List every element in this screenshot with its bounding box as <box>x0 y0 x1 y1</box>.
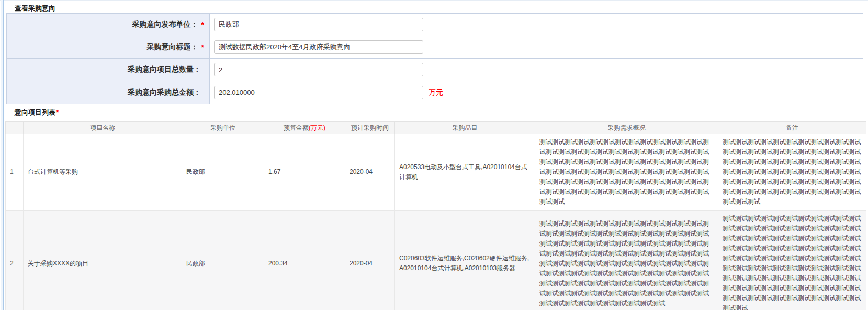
cell-demand-overview: 测试测试测试测试测试测试测试测试测试测试测试测试测试测试测试测试测试测试测试测试… <box>535 134 718 211</box>
col-header-purchase-unit: 采购单位 <box>182 122 264 134</box>
budget-header-unit: (万元) <box>309 124 325 131</box>
table-row: 2 关于采购XXXX的项目 民政部 200.34 2020-04 C020603… <box>6 211 866 310</box>
amount-unit-label: 万元 <box>429 88 443 97</box>
label-text: 采购意向采购总金额： <box>128 88 201 97</box>
col-header-project-name: 项目名称 <box>24 122 182 134</box>
label-text: 采购意向发布单位： <box>132 20 198 29</box>
left-panel-edge-line <box>3 0 4 310</box>
table-header-row: 项目名称 采购单位 预算金额(万元) 预计采购时间 采购品目 采购需求概况 备注 <box>6 122 866 134</box>
cell-purchase-unit: 民政部 <box>182 134 264 211</box>
field-label: 采购意向发布单位： * <box>7 14 210 36</box>
cell-remark: 测试测试测试测试测试测试测试测试测试测试测试测试测试测试测试测试测试测试测试测试… <box>718 211 866 310</box>
top-divider <box>0 0 868 1</box>
field-area: 万元 <box>210 81 863 104</box>
field-label: 采购意向标题： * <box>7 36 210 58</box>
project-list-section-title: 意向项目列表* <box>15 108 59 117</box>
cell-demand-overview: 测试测试测试测试测试测试测试测试测试测试测试测试测试测试测试测试测试测试测试测试… <box>535 211 718 310</box>
cell-budget: 1.67 <box>264 134 345 211</box>
cell-purchase-unit: 民政部 <box>182 211 264 310</box>
col-header-expected-time: 预计采购时间 <box>345 122 395 134</box>
field-label: 采购意向采购总金额： <box>7 81 210 104</box>
col-header-index <box>6 122 24 134</box>
cell-project-name: 台式计算机等采购 <box>24 134 182 211</box>
cell-index: 2 <box>6 211 24 310</box>
label-text: 采购意向标题： <box>147 42 198 52</box>
section-title-text: 意向项目列表 <box>15 108 55 116</box>
field-label: 采购意向项目总数量： <box>7 59 210 81</box>
total-amount-input[interactable] <box>214 86 423 99</box>
required-asterisk: * <box>56 108 59 116</box>
form-row-intent-title: 采购意向标题： * <box>7 36 863 59</box>
label-text: 采购意向项目总数量： <box>128 65 201 74</box>
col-header-remark: 备注 <box>718 122 866 134</box>
budget-header-text: 预算金额 <box>284 124 309 131</box>
required-asterisk: * <box>201 20 204 29</box>
col-header-items: 采购品目 <box>395 122 535 134</box>
cell-items: A020533电动及小型台式工具,A02010104台式计算机 <box>395 134 535 211</box>
intent-project-table: 项目名称 采购单位 预算金额(万元) 预计采购时间 采购品目 采购需求概况 备注… <box>5 121 866 310</box>
publish-unit-input[interactable] <box>214 18 423 31</box>
field-area <box>210 36 863 58</box>
page-title: 查看采购意向 <box>15 4 55 13</box>
col-header-budget: 预算金额(万元) <box>264 122 345 134</box>
cell-budget: 200.34 <box>264 211 345 310</box>
field-area <box>210 59 863 81</box>
cell-expected-time: 2020-04 <box>345 134 395 211</box>
project-count-input[interactable] <box>214 63 423 76</box>
form-row-total-amount: 采购意向采购总金额： 万元 <box>7 81 863 104</box>
cell-expected-time: 2020-04 <box>345 211 395 310</box>
left-panel-edge-line <box>1 0 1 310</box>
col-header-demand-overview: 采购需求概况 <box>535 122 718 134</box>
procurement-intent-form: 采购意向发布单位： * 采购意向标题： * 采购意向项目总数量： 采购意向采购总… <box>6 13 863 104</box>
form-row-publish-unit: 采购意向发布单位： * <box>7 14 863 36</box>
cell-index: 1 <box>6 134 24 211</box>
intent-title-input[interactable] <box>214 40 423 54</box>
cell-remark: 测试测试测试测试测试测试测试测试测试测试测试测试测试测试测试测试测试测试测试测试… <box>718 134 866 211</box>
required-asterisk: * <box>201 43 204 51</box>
cell-items: C020603软件运维服务,C020602硬件运维服务,A02010104台式计… <box>395 211 535 310</box>
form-row-project-count: 采购意向项目总数量： <box>7 59 863 81</box>
table-row: 1 台式计算机等采购 民政部 1.67 2020-04 A020533电动及小型… <box>6 134 866 211</box>
field-area <box>210 14 863 36</box>
cell-project-name: 关于采购XXXX的项目 <box>24 211 182 310</box>
